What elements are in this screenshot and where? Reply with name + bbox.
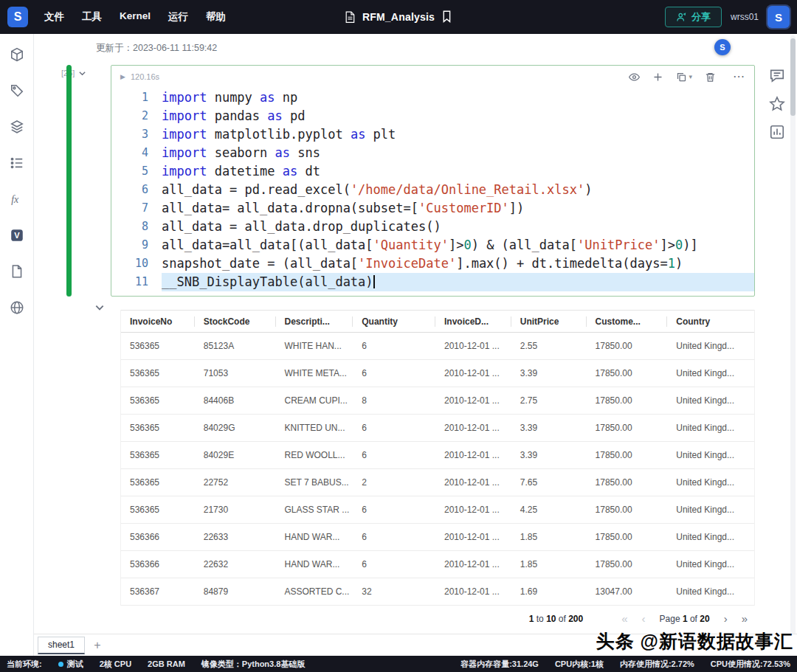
table-cell: United Kingd... <box>667 333 754 359</box>
table-cell: WHITE HAN... <box>276 333 353 359</box>
more-icon[interactable]: ⋯ <box>733 73 745 80</box>
code-line[interactable]: 1import numpy as np <box>111 89 754 107</box>
column-header[interactable]: Descripti... <box>276 311 353 332</box>
chevron-down-icon[interactable] <box>78 69 86 77</box>
code-line[interactable]: 6all_data = pd.read_excel('/home/data/On… <box>111 181 754 199</box>
tag-icon[interactable] <box>10 83 24 98</box>
column-header[interactable]: Custome... <box>587 311 668 332</box>
menu-item-3[interactable]: 运行 <box>168 10 188 24</box>
table-cell: ASSORTED C... <box>276 578 353 605</box>
topbar: S 文件工具Kernel运行帮助 RFM_Analysis 分享 wrss01 … <box>0 0 797 34</box>
table-cell: 22632 <box>195 551 276 578</box>
table-cell: 17850.00 <box>587 496 668 523</box>
table-row[interactable]: 53636522752SET 7 BABUS...22010-12-01 ...… <box>121 469 754 496</box>
table-cell: 3.39 <box>511 415 587 441</box>
table-cell: 17850.00 <box>587 551 668 578</box>
fx-icon[interactable]: fx <box>10 192 24 207</box>
menu-item-2[interactable]: Kernel <box>120 10 151 24</box>
list-icon[interactable] <box>10 156 24 170</box>
comment-icon[interactable] <box>769 68 785 84</box>
table-cell: 536366 <box>121 524 195 550</box>
column-header[interactable]: Quantity <box>353 311 435 332</box>
prev-page-button[interactable]: ‹ <box>642 614 646 624</box>
menu-item-4[interactable]: 帮助 <box>206 10 226 24</box>
table-row[interactable]: 53636784879ASSORTED C...322010-12-01 ...… <box>121 578 754 606</box>
add-sheet-button[interactable]: + <box>89 639 106 652</box>
variables-icon[interactable]: V <box>10 228 24 243</box>
code-line[interactable]: 11__SNB_DisplayTable(all_data) <box>111 273 754 291</box>
status-item: 内存使用情况:2.72% <box>620 659 694 670</box>
first-page-button[interactable]: « <box>621 614 627 624</box>
code-line[interactable]: 4import seaborn as sns <box>111 144 754 162</box>
eye-icon[interactable] <box>629 72 640 83</box>
table-body: 53636585123AWHITE HAN...62010-12-01 ...2… <box>121 333 754 606</box>
table-row[interactable]: 53636622633HAND WAR...62010-12-01 ...1.8… <box>121 524 754 551</box>
column-header[interactable]: InvoiceNo <box>121 311 195 332</box>
table-cell: 2010-12-01 ... <box>435 469 511 496</box>
cell-index[interactable]: [25] <box>61 69 86 77</box>
code-text[interactable]: all_data = pd.read_excel('/home/data/Onl… <box>162 181 754 199</box>
last-page-button[interactable]: » <box>742 614 748 624</box>
code-text[interactable]: import numpy as np <box>162 89 754 107</box>
next-page-button[interactable]: › <box>724 614 728 624</box>
code-text[interactable]: import matplotlib.pyplot as plt <box>162 125 754 144</box>
layers-icon[interactable] <box>10 119 24 134</box>
column-header[interactable]: StockCode <box>195 311 276 332</box>
code-text[interactable]: snapshot_date = (all_data['InvoiceDate']… <box>162 254 754 273</box>
code-text[interactable]: all_data=all_data[(all_data['Quantity']>… <box>162 236 754 254</box>
code-line[interactable]: 5import datetime as dt <box>111 162 754 181</box>
column-header[interactable]: UnitPrice <box>511 311 587 332</box>
plus-icon[interactable] <box>652 72 663 83</box>
status-item: 容器内存容量:31.24G <box>460 659 539 670</box>
vertical-scrollbar-track[interactable] <box>790 35 796 654</box>
app-logo[interactable]: S <box>7 7 28 27</box>
code-line[interactable]: 9all_data=all_data[(all_data['Quantity']… <box>111 236 754 254</box>
user-avatar[interactable]: S <box>767 6 790 28</box>
menu-item-1[interactable]: 工具 <box>82 10 102 24</box>
code-line[interactable]: 10snapshot_date = (all_data['InvoiceDate… <box>111 254 754 273</box>
line-number: 8 <box>111 218 162 236</box>
code-line[interactable]: 8all_data = all_data.drop_duplicates() <box>111 218 754 236</box>
sheet-tab[interactable]: sheet1 <box>38 637 85 654</box>
report-icon[interactable] <box>769 124 785 140</box>
table-row[interactable]: 53636584406BCREAM CUPI...82010-12-01 ...… <box>121 387 754 415</box>
globe-icon[interactable] <box>10 300 24 315</box>
collaborator-avatar[interactable]: S <box>714 39 731 55</box>
code-text[interactable]: import seaborn as sns <box>162 144 754 162</box>
table-cell: 1.85 <box>511 524 587 550</box>
code-area[interactable]: 1import numpy as np2import pandas as pd3… <box>111 89 754 291</box>
table-cell: 536365 <box>121 469 195 496</box>
table-row[interactable]: 53636584029GKNITTED UN...62010-12-01 ...… <box>121 415 754 442</box>
table-cell: 7.65 <box>511 469 587 496</box>
table-row[interactable]: 53636585123AWHITE HAN...62010-12-01 ...2… <box>121 333 754 360</box>
code-text[interactable]: all_data= all_data.dropna(subset=['Custo… <box>162 199 754 218</box>
cube-icon[interactable] <box>10 47 24 62</box>
export-icon[interactable]: ▾ <box>676 72 692 83</box>
trash-icon[interactable] <box>705 72 716 83</box>
column-header[interactable]: Country <box>667 311 754 332</box>
code-text[interactable]: all_data = all_data.drop_duplicates() <box>162 218 754 236</box>
code-text[interactable]: import pandas as pd <box>162 107 754 125</box>
code-line[interactable]: 3import matplotlib.pyplot as plt <box>111 125 754 144</box>
code-line[interactable]: 2import pandas as pd <box>111 107 754 125</box>
app-window: S 文件工具Kernel运行帮助 RFM_Analysis 分享 wrss01 … <box>0 0 797 672</box>
bookmark-icon[interactable] <box>441 10 452 24</box>
cell-active-bar[interactable] <box>66 65 72 297</box>
table-row[interactable]: 53636571053WHITE META...62010-12-01 ...3… <box>121 360 754 387</box>
file-icon[interactable] <box>10 264 24 279</box>
table-cell: 536366 <box>121 551 195 578</box>
svg-text:V: V <box>14 231 20 240</box>
star-icon[interactable] <box>769 96 785 112</box>
code-text[interactable]: import datetime as dt <box>162 162 754 181</box>
column-header[interactable]: InvoiceD... <box>435 311 511 332</box>
code-text[interactable]: __SNB_DisplayTable(all_data) <box>162 273 754 291</box>
vertical-scrollbar-thumb[interactable] <box>790 38 796 116</box>
table-row[interactable]: 53636521730GLASS STAR ...62010-12-01 ...… <box>121 496 754 524</box>
table-row[interactable]: 53636584029ERED WOOLL...62010-12-01 ...3… <box>121 442 754 469</box>
menu-item-0[interactable]: 文件 <box>44 10 64 24</box>
code-line[interactable]: 7all_data= all_data.dropna(subset=['Cust… <box>111 199 754 218</box>
share-button[interactable]: 分享 <box>665 7 722 27</box>
output-collapse-chevron-icon[interactable] <box>94 302 105 313</box>
table-cell: 2010-12-01 ... <box>435 496 511 523</box>
table-row[interactable]: 53636622632HAND WAR...62010-12-01 ...1.8… <box>121 551 754 578</box>
